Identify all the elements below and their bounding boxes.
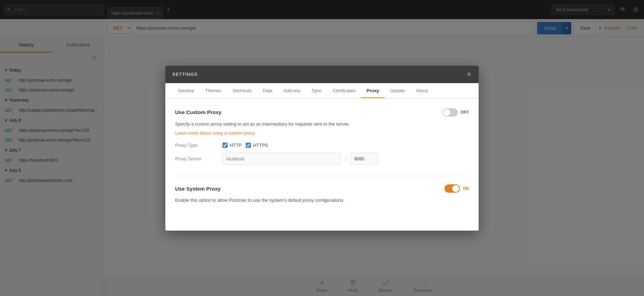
colon-separator: :: [345, 156, 346, 161]
system-proxy-toggle-container: ON: [445, 184, 469, 193]
system-proxy-toggle-label: ON: [463, 186, 469, 191]
modal-tab-data[interactable]: Data: [257, 83, 278, 98]
modal-tab-general[interactable]: General: [172, 83, 199, 98]
custom-proxy-title: Use Custom Proxy: [175, 109, 221, 115]
system-proxy-description: Enable this option to allow Postman to u…: [175, 197, 469, 204]
settings-modal: SETTINGS ✕ GeneralThemesShortcutsDataAdd…: [165, 66, 479, 231]
http-label: HTTP: [230, 143, 242, 148]
modal-tab-add-ons[interactable]: Add-ons: [278, 83, 306, 98]
custom-proxy-toggle[interactable]: [442, 108, 458, 117]
proxy-type-value: HTTP HTTPS: [222, 143, 268, 148]
custom-proxy-section: Use Custom Proxy OFF Specify a custom pr…: [175, 108, 469, 165]
https-checkbox[interactable]: [246, 143, 251, 148]
modal-body: Use Custom Proxy OFF Specify a custom pr…: [165, 98, 479, 231]
proxy-server-value: :: [222, 153, 378, 165]
proxy-server-input[interactable]: [222, 153, 341, 165]
modal-tab-themes[interactable]: Themes: [199, 83, 227, 98]
modal-close-button[interactable]: ✕: [466, 71, 472, 78]
proxy-type-row: Proxy Type HTTP HTTPS: [175, 143, 469, 148]
section-divider: [175, 176, 469, 176]
modal-overlay: SETTINGS ✕ GeneralThemesShortcutsDataAdd…: [0, 0, 644, 296]
custom-proxy-header: Use Custom Proxy OFF: [175, 108, 469, 117]
proxy-server-label: Proxy Server: [175, 156, 217, 161]
system-proxy-header: Use System Proxy ON: [175, 184, 469, 193]
modal-tab-certificates[interactable]: Certificates: [327, 83, 361, 98]
proxy-type-label: Proxy Type: [175, 143, 217, 148]
custom-proxy-form: Proxy Type HTTP HTTPS: [175, 143, 469, 165]
modal-tab-update[interactable]: Update: [385, 83, 410, 98]
custom-proxy-toggle-container: OFF: [442, 108, 469, 117]
proxy-port-input[interactable]: [351, 153, 378, 165]
custom-proxy-description: Specify a custom proxy setting to act as…: [175, 121, 469, 128]
learn-more-link[interactable]: Learn more about using a custom proxy: [175, 130, 255, 136]
http-checkbox[interactable]: [222, 143, 228, 148]
modal-tab-sync[interactable]: Sync: [306, 83, 327, 98]
modal-tab-about[interactable]: About: [410, 83, 433, 98]
system-proxy-title: Use System Proxy: [175, 186, 221, 192]
https-label: HTTPS: [253, 143, 268, 148]
modal-tab-proxy[interactable]: Proxy: [361, 83, 385, 98]
https-checkbox-label[interactable]: HTTPS: [246, 143, 268, 148]
system-proxy-section: Use System Proxy ON Enable this option t…: [175, 184, 469, 204]
custom-proxy-toggle-label: OFF: [461, 110, 469, 115]
modal-tab-shortcuts[interactable]: Shortcuts: [227, 83, 257, 98]
modal-title: SETTINGS: [172, 72, 198, 77]
system-proxy-toggle[interactable]: [445, 184, 460, 193]
modal-tabs: GeneralThemesShortcutsDataAdd-onsSyncCer…: [165, 83, 479, 98]
modal-header: SETTINGS ✕: [165, 66, 479, 83]
http-checkbox-label[interactable]: HTTP: [222, 143, 242, 148]
proxy-server-row: Proxy Server :: [175, 153, 469, 165]
